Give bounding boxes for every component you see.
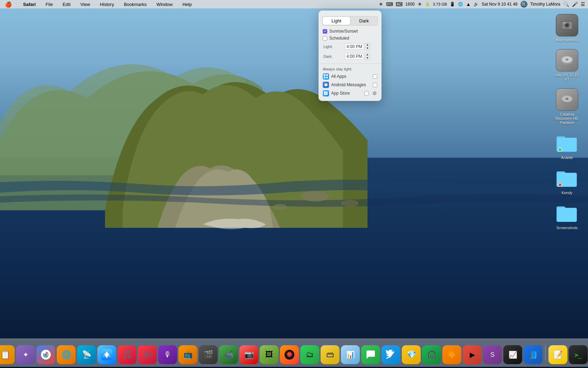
dock-icon-itunes[interactable]: 🎶 xyxy=(138,345,157,364)
svg-point-23 xyxy=(558,183,562,186)
dock-icon-appstore[interactable] xyxy=(97,345,116,364)
app-row-all: All Apps xyxy=(318,72,382,81)
ardelle-label: Ardelle xyxy=(561,156,573,160)
light-mode-button[interactable]: Light xyxy=(323,17,350,25)
android-messages-label: Android Messages xyxy=(331,82,371,87)
all-apps-label: All Apps xyxy=(331,74,371,79)
dark-time-row: Dark: 4:00 PM ▲ ▼ xyxy=(318,52,382,61)
desktop-icon-screenshots[interactable]: Screenshots xyxy=(553,202,581,230)
wifi-icon[interactable]: ▲ xyxy=(466,1,471,7)
light-time-down[interactable]: ▼ xyxy=(365,47,370,50)
dark-time-up[interactable]: ▲ xyxy=(365,53,370,56)
always-stay-light-label: Always stay light: xyxy=(318,66,382,72)
dock-icon-4[interactable]: ✦ xyxy=(16,345,35,364)
dock-icon-messages[interactable] xyxy=(361,345,380,364)
dock-icon-26[interactable]: ▶ xyxy=(463,345,482,364)
sunrise-sunset-row: Sunrise/Sunset xyxy=(318,28,382,35)
svg-point-12 xyxy=(566,24,568,26)
menubar-window[interactable]: Window xyxy=(154,1,175,8)
dock-icon-chrome[interactable] xyxy=(36,345,55,364)
menubar-bookmarks[interactable]: Bookmarks xyxy=(122,1,149,8)
dock-icon-terminal[interactable]: >_ xyxy=(569,345,588,364)
dock-icon-28[interactable]: 📈 xyxy=(503,345,522,364)
all-apps-checkbox[interactable] xyxy=(373,74,377,79)
dock-icon-photos[interactable] xyxy=(280,345,299,364)
dock-icon-3[interactable]: 📋 xyxy=(0,345,15,364)
svg-rect-7 xyxy=(324,77,326,79)
recovery-svg xyxy=(560,93,574,107)
dock-icon-13[interactable]: 🎬 xyxy=(199,345,218,364)
dock-icon-12[interactable]: 📺 xyxy=(178,345,197,364)
app-store-checkbox[interactable] xyxy=(364,91,369,96)
svg-rect-8 xyxy=(326,77,328,79)
dark-time-down[interactable]: ▼ xyxy=(365,56,370,60)
android-messages-checkbox[interactable] xyxy=(373,83,377,87)
appearance-popup: Light Dark Sunrise/Sunset Scheduled Ligh… xyxy=(318,11,382,101)
dock-icon-27[interactable]: S xyxy=(483,345,502,364)
apple-menu[interactable]: 🍎 xyxy=(3,0,14,8)
dock-icon-notes[interactable]: 📝 xyxy=(548,345,567,364)
scheduled-row: Scheduled xyxy=(318,35,382,42)
menubar-view[interactable]: View xyxy=(78,1,92,8)
desktop-icon-ardelle[interactable]: Ardelle xyxy=(553,132,581,160)
menubar-history[interactable]: History xyxy=(98,1,116,8)
light-time-stepper: ▲ ▼ xyxy=(365,43,370,50)
battery-ac-icon[interactable]: AC xyxy=(396,2,402,6)
dock-icon-29[interactable]: 📘 xyxy=(524,345,542,364)
desktop-icon-macos-disk[interactable]: macOS 10.15 V2 xyxy=(553,49,581,81)
dock-icon-18[interactable]: 🗂 xyxy=(300,345,319,364)
desktop: 🍎 Safari File Edit View History Bookmark… xyxy=(0,0,588,368)
dock-icon-15[interactable]: 📷 xyxy=(239,345,258,364)
scheduled-checkbox[interactable] xyxy=(323,36,327,41)
brightness-icon[interactable]: ☀ xyxy=(379,1,383,7)
dark-mode-button[interactable]: Dark xyxy=(350,16,378,25)
dock-icon-music[interactable]: 🎵 xyxy=(118,345,136,364)
globe-icon[interactable]: 🌐 xyxy=(458,2,463,7)
light-time-up[interactable]: ▲ xyxy=(365,43,370,47)
dock-icon-podcasts[interactable]: 🎙 xyxy=(158,345,177,364)
display-icon[interactable]: ☀ xyxy=(418,1,422,7)
messages-svg xyxy=(365,349,376,360)
dock-icon-7[interactable]: 📡 xyxy=(77,345,96,364)
mode-toggle: Light Dark xyxy=(322,16,378,26)
menubar-file[interactable]: File xyxy=(43,1,55,8)
user-avatar[interactable]: TL xyxy=(520,1,527,8)
svg-rect-13 xyxy=(563,22,566,23)
hd-svg xyxy=(560,18,574,32)
dock-icon-16[interactable]: 🖼 xyxy=(260,345,279,364)
svg-point-4 xyxy=(273,204,287,210)
menubar-safari[interactable]: Safari xyxy=(21,1,38,8)
svg-point-2 xyxy=(301,191,329,202)
macos-disk-label: macOS 10.15 V2 xyxy=(553,73,581,81)
battery-icon[interactable]: 🔋 xyxy=(425,2,430,7)
siri-icon[interactable]: 🎤 xyxy=(572,1,578,7)
gear-button[interactable]: ⚙ xyxy=(372,90,377,96)
desktop-icon-macintoshhd[interactable]: MacintoshHD xyxy=(553,14,581,42)
folder-svg-screenshots xyxy=(556,204,578,223)
datetime[interactable]: Sat Nov 9 10 41 48 xyxy=(482,2,518,7)
menubar-edit[interactable]: Edit xyxy=(61,1,72,8)
desktop-icon-recovery[interactable]: Catalina Recovery HD Partition xyxy=(553,88,581,125)
dock-icon-sketch[interactable]: 💎 xyxy=(402,345,421,364)
dock-icon-20[interactable]: 📊 xyxy=(341,345,360,364)
volume-icon[interactable]: 🔊 xyxy=(474,2,479,7)
sunrise-sunset-checkbox[interactable] xyxy=(323,29,327,34)
dock-icon-25[interactable]: 🔶 xyxy=(442,345,461,364)
menubar-right: ☀ ⌨ AC 1600 ☀ 🔋 3.73 GB 📱 🌐 ▲ 🔊 Sat Nov … xyxy=(379,1,585,8)
username[interactable]: Timothy LaMora xyxy=(530,2,560,7)
dock-icon-twitter[interactable] xyxy=(382,345,400,364)
iphone-icon[interactable]: 📱 xyxy=(450,2,455,7)
light-time-value[interactable]: 4:00 PM xyxy=(345,43,364,50)
dock-icon-facetime[interactable]: 📹 xyxy=(219,345,238,364)
keyboard-icon[interactable]: ⌨ xyxy=(386,1,393,7)
dark-time-stepper: ▲ ▼ xyxy=(365,53,370,60)
menubar-help[interactable]: Help xyxy=(180,1,194,8)
dark-time-value[interactable]: 4:00 PM xyxy=(345,53,364,60)
desktop-icon-kendy[interactable]: Kendy xyxy=(553,167,581,195)
menu-extra-icon[interactable]: ☰ xyxy=(581,1,585,7)
dock-icon-spotify[interactable]: 🎧 xyxy=(422,345,441,364)
dock-icon-19[interactable]: 🗃 xyxy=(321,345,340,364)
folder-svg-ardelle xyxy=(556,134,578,152)
search-icon[interactable]: 🔍 xyxy=(563,1,569,7)
dock-icon-6[interactable]: 🌐 xyxy=(57,345,76,364)
